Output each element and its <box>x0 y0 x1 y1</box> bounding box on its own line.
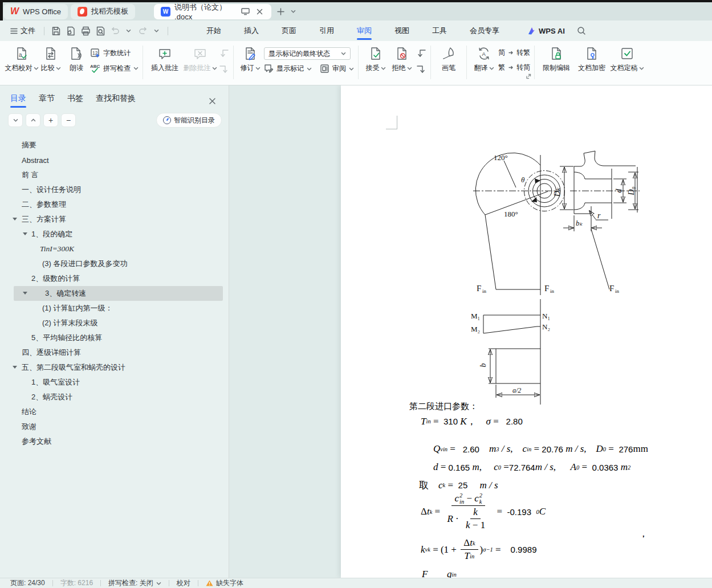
file-menu[interactable]: 文件 <box>6 26 40 36</box>
menu-tab[interactable]: 插入 <box>236 21 267 41</box>
toc-item[interactable]: 三、方案计算 <box>0 212 229 227</box>
chevron-down-icon <box>341 52 346 55</box>
tab-wps-home[interactable]: W WPS Office <box>3 4 68 19</box>
export-pdf-icon[interactable] <box>63 24 78 38</box>
spellcheck-status[interactable]: 拼写检查: 关闭 <box>108 578 153 588</box>
toc-item[interactable]: 二、参数整理 <box>0 197 229 212</box>
sidebar-tabs: 目录章节书签查找和替换 <box>0 85 229 112</box>
sidebar-tab[interactable]: 书签 <box>67 87 83 111</box>
close-tab-icon[interactable] <box>254 6 265 17</box>
toc-item[interactable]: 前 言 <box>0 168 229 182</box>
tab-list-dropdown-icon[interactable] <box>287 5 299 18</box>
toc-item[interactable]: 一、设计任务说明 <box>0 182 229 197</box>
print-preview-icon[interactable] <box>93 24 108 38</box>
encrypt-document-button[interactable]: 文档加密 <box>574 42 609 73</box>
document-canvas[interactable]: 120° 180° θ F in F in <box>229 85 712 578</box>
ink-brush-button[interactable]: 画笔 <box>435 42 462 73</box>
expand-all-button[interactable] <box>8 113 23 127</box>
proofread-button[interactable]: 校对 <box>177 578 190 588</box>
toc-item[interactable]: 1、吸气室设计 <box>0 375 229 390</box>
sidebar-tab[interactable]: 目录 <box>10 87 26 111</box>
markup-state-dropdown[interactable]: 显示标记的最终状态 <box>264 47 351 60</box>
previous-comment-icon[interactable] <box>219 49 229 58</box>
restrict-editing-button[interactable]: 限制编辑 <box>539 42 574 73</box>
reject-revision-button[interactable]: 拒绝 <box>389 42 415 73</box>
collapse-all-button[interactable] <box>26 113 40 127</box>
toc-item[interactable]: 1、段的确定 <box>0 227 229 242</box>
smart-toc-button[interactable]: 智能识别目录 <box>156 113 222 128</box>
figure-volute-drawing: 120° 180° θ F in F in <box>467 146 661 297</box>
formula-delta-tk: Δtk = c2in − c2kR · kk − 1 = -0.193 0C <box>421 492 546 531</box>
toc-item[interactable]: Abstract <box>0 153 229 168</box>
doc-proofing-button[interactable]: a 文档校对 <box>6 42 38 73</box>
redo-dropdown-icon[interactable] <box>149 24 164 38</box>
word-count-status[interactable]: 字数: 6216 <box>60 578 93 588</box>
search-icon[interactable] <box>574 23 589 38</box>
next-revision-icon[interactable] <box>416 65 426 74</box>
menu-tab[interactable]: 引用 <box>311 21 342 41</box>
toc-item[interactable]: 2、级数的计算 <box>0 271 229 286</box>
finalize-document-button[interactable]: 文档定稿 <box>609 42 645 73</box>
word-count-button[interactable]: 12 字数统计 <box>90 48 139 58</box>
print-icon[interactable] <box>78 24 93 38</box>
sidebar-tab[interactable]: 查找和替换 <box>96 87 136 111</box>
sidebar-tab[interactable]: 章节 <box>39 87 55 111</box>
tab-document[interactable]: W 说明书（论文） .docx <box>154 4 271 19</box>
menu-tab[interactable]: 视图 <box>386 21 417 41</box>
toc-item[interactable]: 参考文献 <box>0 434 229 449</box>
menu-bar: 文件 开始插入页面引用审阅视图工具会员专享 <box>0 21 712 41</box>
collapse-arrow-icon[interactable] <box>23 292 27 295</box>
menu-tab[interactable]: 工具 <box>424 21 455 41</box>
new-tab-button[interactable] <box>274 5 287 18</box>
toc-item[interactable]: 3、确定转速 <box>14 286 223 301</box>
fig1-label-fin-left: F <box>477 284 481 293</box>
zoom-in-toc-button[interactable]: + <box>43 113 58 127</box>
toc-item[interactable]: (1) 计算缸内第一级： <box>0 301 229 316</box>
toc-item[interactable]: 五、第二段吸气室和蜗壳的设计 <box>0 360 229 375</box>
tab-docer-templates[interactable]: 找稻壳模板 <box>71 4 135 19</box>
save-icon[interactable] <box>48 24 63 38</box>
chevron-down-icon[interactable] <box>156 582 161 585</box>
undo-dropdown-icon[interactable] <box>121 24 136 38</box>
menu-tab[interactable]: 会员专享 <box>462 21 507 41</box>
spell-check-button[interactable]: ABC 拼写检查 <box>90 63 139 74</box>
toc-item[interactable]: 四、逐级详细计算 <box>0 345 229 360</box>
to-traditional-button[interactable]: 简 转繁 <box>498 48 530 58</box>
toc-item[interactable]: 摘要 <box>0 138 229 153</box>
review-pane-button[interactable]: 审阅 <box>320 64 354 74</box>
dialog-launcher-icon[interactable] <box>526 71 531 81</box>
accept-revision-button[interactable]: 接受 <box>363 42 389 73</box>
sidebar-close-icon[interactable] <box>209 97 216 107</box>
zoom-out-toc-button[interactable]: − <box>61 113 76 127</box>
delete-comment-button[interactable]: 删除批注 <box>182 42 218 73</box>
wps-ai-button[interactable]: WPS AI <box>527 26 565 35</box>
toc-item[interactable]: TinI=300K <box>0 242 229 256</box>
compare-icon <box>43 46 58 61</box>
next-comment-icon[interactable] <box>219 65 229 74</box>
toc-item[interactable]: 致谢 <box>0 419 229 434</box>
toc-item[interactable]: 结论 <box>0 405 229 419</box>
translate-button[interactable]: A 翻译 <box>471 42 497 73</box>
toc-item[interactable]: (3) 各段进口参数及多变功 <box>0 256 229 271</box>
collapse-arrow-icon[interactable] <box>13 366 17 369</box>
page-indicator[interactable]: 页面: 24/30 <box>10 578 45 588</box>
toc-item[interactable]: 5、平均轴径比的核算 <box>0 330 229 345</box>
present-screen-icon[interactable] <box>240 6 250 17</box>
menu-tab[interactable]: 开始 <box>198 21 229 41</box>
missing-font-warning[interactable]: 缺失字体 <box>216 578 243 588</box>
compare-button[interactable]: 比较 <box>38 42 64 73</box>
collapse-arrow-icon[interactable] <box>13 218 17 220</box>
toc-item[interactable]: 2、蜗壳设计 <box>0 390 229 405</box>
insert-comment-button[interactable]: 插入批注 <box>147 42 182 73</box>
word-doc-icon: W <box>161 7 170 17</box>
wps-office-window: W WPS Office 找稻壳模板 W 说明书（论文） .docx 文 <box>0 0 712 588</box>
read-aloud-button[interactable]: 朗读 <box>64 42 89 73</box>
previous-revision-icon[interactable] <box>416 49 426 58</box>
menu-tab[interactable]: 审阅 <box>349 21 380 41</box>
toc-item[interactable]: (2) 计算末段末级 <box>0 316 229 330</box>
menu-tab[interactable]: 页面 <box>274 21 304 41</box>
formula-d-c0-a0: d = 0.165 m, c0 =72.764m / s, A0 = 0.036… <box>433 462 630 473</box>
collapse-arrow-icon[interactable] <box>23 232 27 235</box>
show-markup-button[interactable]: 显示标记 <box>264 64 312 74</box>
track-changes-button[interactable]: 修订 <box>238 42 263 73</box>
